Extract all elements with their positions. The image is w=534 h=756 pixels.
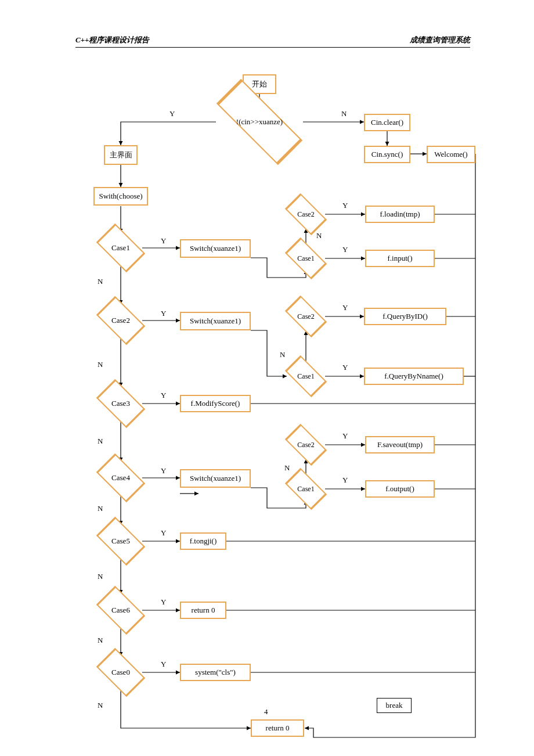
case4-decision [96,453,146,503]
switch-choose-box: Swith(choose) [93,187,148,206]
y-sub-3: Y [342,303,348,312]
sub-case1b-decision [285,355,327,398]
switch-x1-box: Switch(xuanze1) [180,239,251,258]
tongji-box: f.tongji() [180,532,226,550]
return-end-box: return 0 [251,719,304,737]
case6-decision [96,586,146,635]
sub-case1a-decision [285,237,327,280]
y-label-3: Y [161,309,166,318]
n-sub-3: N [284,463,290,473]
n-label-3: N [98,360,103,369]
case3-decision [96,379,146,429]
sub-case1c-decision [285,468,327,510]
cin-sync-box: Cin.sync() [364,146,410,163]
y-label: Y [169,109,175,118]
y-sub-6: Y [342,476,348,485]
case5-decision [96,517,146,566]
n-sub-1: N [316,231,322,240]
sub-case2b-decision [285,296,327,338]
modify-box: f.ModifyScore() [180,395,251,412]
y-sub-5: Y [342,431,348,441]
y-sub-2: Y [342,245,348,254]
y-label-4: Y [161,391,166,400]
header-right: 成绩查询管理系统 [410,35,470,45]
y-sub-4: Y [342,363,348,372]
break-box: break [377,698,412,713]
n-sub-2: N [280,350,285,359]
syscls-box: system("cls") [180,664,251,681]
n-label-7: N [98,636,103,645]
main-ui-box: 主界面 [104,145,138,165]
header-left: C++程序课程设计报告 [75,35,150,45]
qbyid-box: f.QueryByID() [364,308,446,325]
n-label-8: N [98,701,103,710]
y-label-2: Y [161,236,166,246]
n-label-5: N [98,504,103,513]
saveout-box: F.saveout(tmp) [365,436,435,453]
return0-box: return 0 [180,602,226,619]
case2-decision [96,296,146,345]
switch-x3-box: Switch(xuanze1) [180,469,251,488]
n-label: N [341,109,347,118]
case1-decision [96,224,146,273]
y-sub-1: Y [342,201,348,210]
sub-case2c-decision [285,424,327,466]
finput-box: f.input() [365,250,435,267]
switch-x2-box: Switch(xuanze1) [180,312,251,330]
case0-decision [96,648,146,697]
y-label-8: Y [161,660,166,669]
foutput-box: f.output() [365,480,435,498]
qbyname-box: f.QueryByNname() [364,368,464,385]
page-number: 4 [264,707,268,717]
welcome-box: Welcome() [427,146,475,163]
y-label-7: Y [161,597,166,607]
sub-case2a-decision [285,193,327,236]
page-header: C++程序课程设计报告 成绩查询管理系统 [75,35,470,48]
y-label-6: Y [161,528,166,538]
floadin-box: f.loadin(tmp) [365,206,435,223]
cin-clear-box: Cin.clear() [364,114,410,131]
n-label-2: N [98,277,103,286]
n-label-4: N [98,437,103,446]
y-label-5: Y [161,466,166,476]
n-label-6: N [98,572,103,581]
